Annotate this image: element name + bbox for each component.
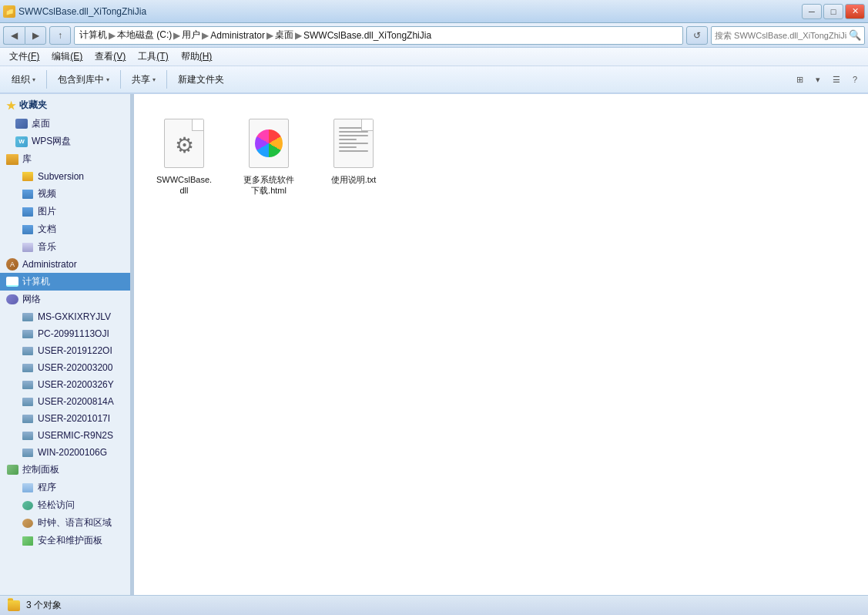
help-button[interactable]: ? — [846, 71, 863, 88]
sidebar-item-control-panel[interactable]: 控制面板 — [0, 461, 130, 479]
control-panel-label: 控制面板 — [22, 463, 59, 476]
status-count: 3 个对象 — [26, 599, 62, 612]
computer-icon — [6, 276, 18, 288]
sidebar-item-user5[interactable]: USER-20201017I — [0, 410, 130, 427]
sidebar-item-video[interactable]: 视频 — [0, 185, 130, 203]
view-controls: ⊞ ▾ ☰ ? — [791, 71, 863, 88]
favorites-label: 收藏夹 — [19, 99, 47, 112]
menu-file[interactable]: 文件(F) — [3, 49, 45, 65]
sidebar-item-computer[interactable]: 计算机 — [0, 273, 130, 291]
user5-label: USER-20201017I — [38, 413, 110, 424]
sidebar-item-subversion[interactable]: Subversion — [0, 168, 130, 185]
refresh-button[interactable]: ↺ — [686, 26, 708, 45]
toolbar-separator-2 — [120, 70, 121, 89]
sidebar-item-library[interactable]: 库 — [0, 150, 130, 168]
dll-file-icon: ⚙ — [164, 119, 204, 168]
search-box[interactable]: 🔍 — [711, 26, 865, 45]
view-list-button[interactable]: ☰ — [828, 71, 845, 88]
window-icon: 📁 — [3, 5, 15, 18]
network-pc8-icon — [22, 429, 34, 442]
file-item-txt[interactable]: 使用说明.txt — [319, 109, 388, 202]
new-folder-button[interactable]: 新建文件夹 — [171, 69, 231, 90]
sidebar-item-network[interactable]: 网络 — [0, 291, 130, 308]
network-pc-icon — [22, 311, 34, 323]
address-path[interactable]: 计算机 ▶ 本地磁盘 (C:) ▶ 用户 ▶ Administrator ▶ 桌… — [74, 26, 683, 45]
sidebar-item-usermic[interactable]: USERMIC-R9N2S — [0, 427, 130, 444]
network-pc4-icon — [22, 361, 34, 374]
menu-view[interactable]: 查看(V) — [89, 49, 132, 65]
picture-label: 图片 — [38, 205, 56, 218]
document-icon — [22, 223, 34, 236]
back-button[interactable]: ◀ — [3, 26, 25, 45]
restore-button[interactable]: □ — [823, 4, 843, 19]
menu-tools[interactable]: 工具(T) — [132, 49, 174, 65]
control-panel-icon — [6, 464, 18, 476]
sidebar-item-desktop[interactable]: 桌面 — [0, 115, 130, 133]
sidebar-item-programs[interactable]: 程序 — [0, 479, 130, 496]
sidebar-item-pc1[interactable]: PC-20991113OJI — [0, 325, 130, 342]
dll-file-name: SWWCslBase.dll — [155, 174, 213, 197]
library-icon — [6, 153, 18, 166]
forward-button[interactable]: ▶ — [25, 26, 46, 45]
network-pc2-icon — [22, 328, 34, 340]
sidebar-item-clock[interactable]: 时钟、语言和区域 — [0, 514, 130, 532]
menu-help[interactable]: 帮助(H) — [175, 49, 219, 65]
organize-button[interactable]: 组织 ▾ — [5, 69, 42, 90]
sidebar-item-document[interactable]: 文档 — [0, 220, 130, 238]
sidebar: ★ 收藏夹 桌面 W WPS网盘 库 Subversion — [0, 94, 131, 595]
sidebar-item-win[interactable]: WIN-20200106G — [0, 444, 130, 461]
computer-label: 计算机 — [22, 275, 50, 288]
minimize-button[interactable]: ─ — [802, 4, 822, 19]
view-dropdown-button[interactable]: ▾ — [809, 71, 826, 88]
desktop-icon — [15, 118, 28, 130]
path-part-5: 桌面 — [275, 29, 293, 42]
video-icon — [22, 188, 34, 200]
sidebar-item-security[interactable]: 安全和维护面板 — [0, 532, 130, 549]
programs-label: 程序 — [38, 481, 56, 494]
accessibility-label: 轻松访问 — [38, 499, 75, 512]
sidebar-item-user2[interactable]: USER-202003200 — [0, 359, 130, 376]
sidebar-item-administrator[interactable]: A Administrator — [0, 256, 130, 273]
network-label: 网络 — [22, 293, 41, 306]
star-icon: ★ — [6, 99, 16, 112]
status-folder-icon — [8, 600, 20, 611]
title-bar: 📁 SWWCslBase.dll_XiTongZhiJia ─ □ ✕ — [0, 0, 868, 23]
ms-label: MS-GXKIXRYJLV — [38, 311, 111, 322]
sidebar-item-user1[interactable]: USER-2019122OI — [0, 342, 130, 359]
sidebar-item-ms[interactable]: MS-GXKIXRYJLV — [0, 308, 130, 325]
user2-label: USER-202003200 — [38, 362, 112, 373]
picture-icon — [22, 206, 34, 218]
user3-label: USER-20200326Y — [38, 379, 114, 390]
txt-file-name: 使用说明.txt — [331, 174, 377, 185]
clock-label: 时钟、语言和区域 — [38, 516, 112, 529]
sidebar-item-user4[interactable]: USER-20200814A — [0, 393, 130, 410]
network-pc7-icon — [22, 412, 34, 425]
file-item-html[interactable]: 更多系统软件下载.html — [234, 109, 303, 202]
menu-bar: 文件(F) 编辑(E) 查看(V) 工具(T) 帮助(H) — [0, 48, 868, 66]
file-item-dll[interactable]: ⚙ SWWCslBase.dll — [149, 109, 219, 202]
share-button[interactable]: 共享 ▾ — [125, 69, 163, 90]
sidebar-item-picture[interactable]: 图片 — [0, 203, 130, 220]
path-part-3: 用户 — [182, 29, 200, 42]
library-label: 库 — [22, 153, 32, 166]
network-icon — [6, 294, 18, 306]
subversion-icon — [22, 170, 34, 183]
include-library-arrow: ▾ — [106, 76, 109, 83]
search-input[interactable] — [715, 31, 847, 40]
user1-label: USER-2019122OI — [38, 345, 112, 356]
view-toggle-button[interactable]: ⊞ — [791, 71, 808, 88]
close-button[interactable]: ✕ — [845, 4, 865, 19]
sidebar-item-user3[interactable]: USER-20200326Y — [0, 376, 130, 393]
sidebar-item-accessibility[interactable]: 轻松访问 — [0, 496, 130, 514]
txt-icon-wrapper — [329, 115, 378, 172]
include-library-button[interactable]: 包含到库中 ▾ — [51, 69, 116, 90]
sidebar-item-music[interactable]: 音乐 — [0, 238, 130, 256]
security-icon — [22, 535, 34, 547]
path-part-4: Administrator — [210, 30, 265, 41]
sidebar-item-wps[interactable]: W WPS网盘 — [0, 133, 130, 150]
search-icon: 🔍 — [849, 29, 861, 41]
menu-edit[interactable]: 编辑(E) — [45, 49, 89, 65]
wps-label: WPS网盘 — [32, 135, 71, 148]
up-button[interactable]: ↑ — [49, 26, 71, 45]
status-bar: 3 个对象 — [0, 595, 868, 615]
